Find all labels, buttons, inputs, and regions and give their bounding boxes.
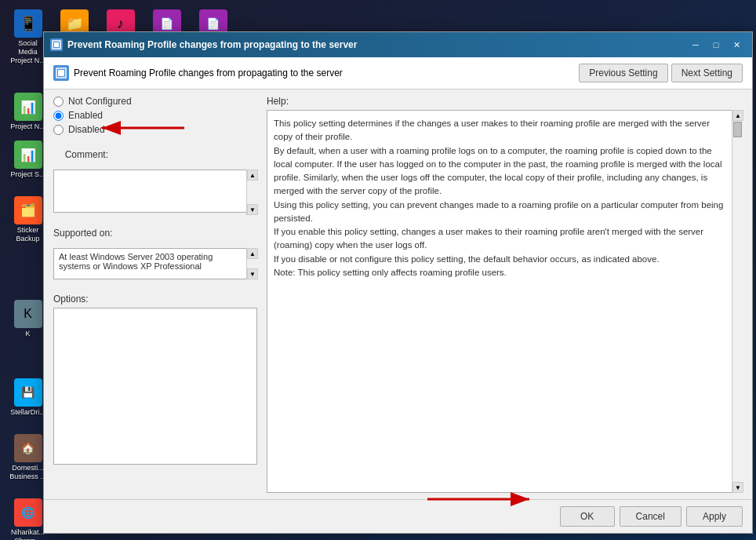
help-scroll-thumb[interactable] [733,122,742,137]
svg-rect-1 [54,42,59,47]
header-policy-title: Prevent Roaming Profile changes from pro… [74,68,343,78]
svg-rect-3 [58,70,64,76]
supported-text: At least Windows Server 2003 operating s… [53,248,257,279]
comment-row: Comment: [53,148,257,160]
dialog: Prevent Roaming Profile changes from pro… [43,31,753,534]
comment-area: ▲ ▼ [53,170,257,215]
supported-scroll-up[interactable]: ▲ [247,248,258,259]
dialog-header: Prevent Roaming Profile changes from pro… [44,57,752,89]
help-para-1: This policy setting determines if the ch… [274,117,728,144]
comment-textarea[interactable] [53,170,257,213]
dialog-body: Not Configured Enabled Disabled Comment: [44,89,752,499]
radio-not-configured[interactable]: Not Configured [53,96,257,107]
comment-scroll-down[interactable]: ▼ [247,204,258,215]
enabled-label[interactable]: Enabled [68,110,103,121]
disabled-label[interactable]: Disabled [68,124,105,135]
right-panel: Help: This policy setting determines if … [267,96,743,493]
radio-disabled[interactable]: Disabled [53,124,257,135]
comment-label: Comment: [53,148,108,160]
help-scroll-up[interactable]: ▲ [732,110,743,121]
maximize-button[interactable]: □ [707,37,725,53]
next-setting-button[interactable]: Next Setting [671,64,743,82]
help-para-5: If you disable or not configure this pol… [274,253,728,266]
help-para-3: Using this policy setting, you can preve… [274,199,728,226]
radio-group: Not Configured Enabled Disabled [53,96,257,135]
left-panel: Not Configured Enabled Disabled Comment: [53,96,257,493]
header-title-group: Prevent Roaming Profile changes from pro… [53,65,343,81]
help-para-6: Note: This policy setting only affects r… [274,266,728,279]
supported-area: At least Windows Server 2003 operating s… [53,248,257,279]
close-button[interactable]: ✕ [727,37,746,53]
not-configured-radio[interactable] [53,97,64,107]
options-section: Options: [53,294,257,465]
options-label: Options: [53,294,257,305]
comment-scroll-up[interactable]: ▲ [247,170,258,181]
supported-scroll-down[interactable]: ▼ [247,268,258,279]
nav-buttons: Previous Setting Next Setting [579,64,743,82]
radio-enabled[interactable]: Enabled [53,110,257,121]
help-text-area: This policy setting determines if the ch… [267,110,743,493]
supported-row: Supported on: [53,228,257,239]
header-policy-icon [53,65,69,81]
options-box [53,308,257,465]
cancel-button[interactable]: Cancel [620,506,681,527]
not-configured-label[interactable]: Not Configured [68,96,132,107]
help-text: This policy setting determines if the ch… [267,110,743,493]
help-label: Help: [267,96,743,107]
help-para-2: By default, when a user with a roaming p… [274,144,728,199]
ok-button[interactable]: OK [560,506,615,527]
previous-setting-button[interactable]: Previous Setting [579,64,667,82]
apply-button[interactable]: Apply [686,506,743,527]
help-para-4: If you enable this policy setting, chang… [274,225,728,253]
supported-label: Supported on: [53,228,124,239]
help-scroll-down[interactable]: ▼ [732,482,743,493]
minimize-button[interactable]: ─ [686,37,705,53]
title-bar: Prevent Roaming Profile changes from pro… [44,32,752,57]
enabled-radio[interactable] [53,111,64,121]
disabled-radio[interactable] [53,125,64,135]
dialog-title-icon [50,38,63,51]
title-bar-left: Prevent Roaming Profile changes from pro… [50,38,357,51]
dialog-title: Prevent Roaming Profile changes from pro… [67,39,357,50]
title-bar-buttons: ─ □ ✕ [686,37,746,53]
dialog-footer: OK Cancel Apply [44,499,752,533]
